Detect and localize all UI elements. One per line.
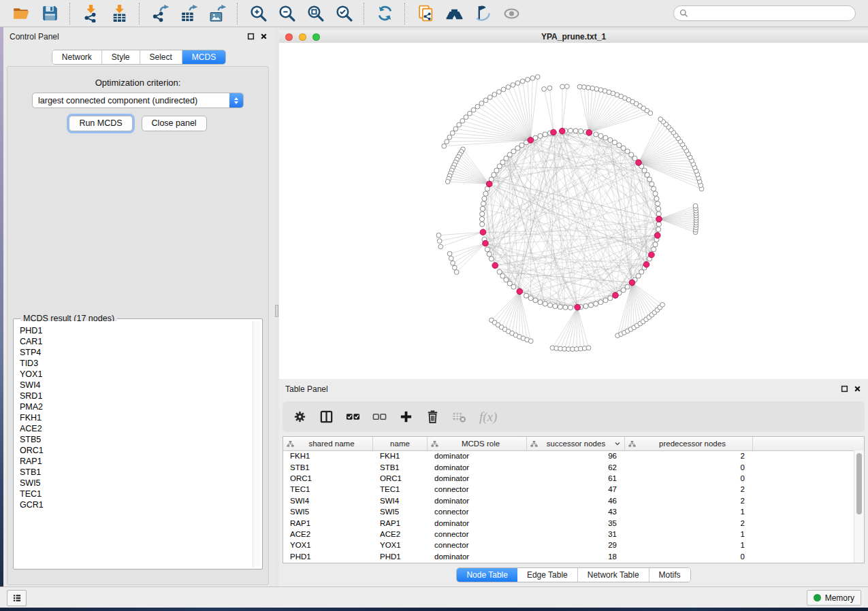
network-leaf-node[interactable] xyxy=(506,85,511,90)
mcds-result-item[interactable]: STB1 xyxy=(20,467,253,478)
network-node[interactable] xyxy=(652,247,656,252)
network-leaf-node[interactable] xyxy=(475,104,480,109)
network-node[interactable] xyxy=(608,296,613,301)
network-node[interactable] xyxy=(489,257,494,261)
network-node[interactable] xyxy=(656,206,661,211)
mcds-result-item[interactable]: GCR1 xyxy=(20,499,253,510)
cell-successor-nodes[interactable]: 43 xyxy=(527,508,625,516)
table-row[interactable]: YOX1YOX1connector291 xyxy=(283,540,854,550)
network-leaf-node[interactable] xyxy=(586,346,591,350)
network-node[interactable] xyxy=(538,133,543,138)
cell-mcds-role[interactable]: dominator xyxy=(428,519,527,527)
network-node[interactable] xyxy=(487,252,492,257)
network-node[interactable] xyxy=(598,300,603,305)
network-leaf-node[interactable] xyxy=(437,239,442,244)
save-session-icon[interactable] xyxy=(39,3,60,24)
network-node[interactable] xyxy=(533,298,538,303)
table-row[interactable]: PHD1PHD1dominator180 xyxy=(283,551,854,562)
table-row[interactable]: TEC1TEC1connector472 xyxy=(283,484,854,495)
network-node[interactable] xyxy=(608,137,613,142)
cell-shared-name[interactable]: STB1 xyxy=(283,463,373,472)
column-header-shared-name[interactable]: shared name xyxy=(283,437,373,450)
network-leaf-node[interactable] xyxy=(442,144,447,148)
network-node[interactable] xyxy=(649,182,654,186)
network-leaf-node[interactable] xyxy=(445,139,449,144)
network-node[interactable] xyxy=(603,298,608,303)
network-window-titlebar[interactable]: YPA_prune.txt_1 xyxy=(279,30,868,44)
cell-mcds-role[interactable]: dominator xyxy=(428,474,527,482)
network-node[interactable] xyxy=(543,301,547,306)
zoom-in-icon[interactable] xyxy=(248,3,268,24)
network-node[interactable] xyxy=(655,201,660,206)
mcds-result-item[interactable]: CAR1 xyxy=(20,336,253,347)
network-node[interactable] xyxy=(612,140,617,145)
network-node[interactable] xyxy=(656,227,661,231)
network-node[interactable] xyxy=(543,132,547,137)
cell-mcds-role[interactable]: connector xyxy=(428,485,527,493)
refresh-icon[interactable] xyxy=(374,3,395,24)
task-history-button[interactable] xyxy=(7,590,27,606)
tab-style[interactable]: Style xyxy=(102,50,140,64)
cell-predecessor-nodes[interactable]: 1 xyxy=(625,508,753,516)
mcds-result-list[interactable]: PHD1CAR1STP4TID3YOX1SWI4SRD1PMA2FKH1ACE2… xyxy=(15,321,253,567)
cell-name[interactable]: RAP1 xyxy=(373,519,428,527)
cell-name[interactable]: PHD1 xyxy=(373,552,428,561)
splitter-grip-icon[interactable] xyxy=(275,305,278,317)
mcds-result-item[interactable]: STB5 xyxy=(20,434,253,445)
network-leaf-node[interactable] xyxy=(496,90,501,95)
network-hub-node[interactable] xyxy=(586,130,592,136)
cell-shared-name[interactable]: ORC1 xyxy=(283,474,373,482)
cell-successor-nodes[interactable]: 47 xyxy=(527,485,625,493)
mcds-result-item[interactable]: RAP1 xyxy=(20,456,253,467)
network-leaf-node[interactable] xyxy=(492,92,497,97)
cell-successor-nodes[interactable]: 29 xyxy=(527,541,625,549)
network-node[interactable] xyxy=(645,172,649,177)
table-row[interactable]: STB1STB1dominator620 xyxy=(283,461,854,472)
network-leaf-node[interactable] xyxy=(564,84,569,89)
cell-mcds-role[interactable]: dominator xyxy=(428,463,527,472)
network-leaf-node[interactable] xyxy=(528,339,533,344)
network-node[interactable] xyxy=(656,212,661,216)
cell-successor-nodes[interactable]: 96 xyxy=(527,452,625,460)
graphics-details-icon[interactable] xyxy=(472,3,493,24)
network-hub-node[interactable] xyxy=(528,137,534,144)
mcds-result-item[interactable]: YOX1 xyxy=(20,369,253,380)
cell-successor-nodes[interactable]: 62 xyxy=(527,463,625,472)
network-hub-node[interactable] xyxy=(643,261,649,267)
import-table-icon[interactable] xyxy=(109,3,129,24)
export-network-icon[interactable] xyxy=(150,3,170,24)
export-image-icon[interactable] xyxy=(207,3,227,24)
cell-mcds-role[interactable]: dominator xyxy=(428,552,527,561)
table-row[interactable]: SWI4SWI4dominator462 xyxy=(283,495,854,506)
network-node[interactable] xyxy=(558,305,562,310)
cell-mcds-role[interactable]: connector xyxy=(428,541,527,549)
network-node[interactable] xyxy=(603,135,608,140)
mcds-result-item[interactable]: SRD1 xyxy=(20,391,253,401)
search-input[interactable] xyxy=(692,8,850,19)
network-node[interactable] xyxy=(594,301,598,306)
cell-predecessor-nodes[interactable]: 2 xyxy=(625,485,753,493)
tab-mcds[interactable]: MCDS xyxy=(182,50,225,64)
network-node[interactable] xyxy=(583,303,588,308)
cell-successor-nodes[interactable]: 18 xyxy=(527,552,625,561)
cell-name[interactable]: SWI4 xyxy=(373,497,428,505)
cell-shared-name[interactable]: PHD1 xyxy=(283,552,373,561)
network-node[interactable] xyxy=(485,247,489,252)
network-leaf-node[interactable] xyxy=(535,75,540,80)
network-leaf-node[interactable] xyxy=(590,86,595,90)
cell-predecessor-nodes[interactable]: 1 xyxy=(625,541,753,549)
network-node[interactable] xyxy=(653,242,658,247)
network-node[interactable] xyxy=(538,300,543,305)
mcds-list-scrollbar[interactable] xyxy=(253,321,261,567)
cell-name[interactable]: ACE2 xyxy=(373,530,428,538)
float-panel-icon[interactable] xyxy=(841,385,848,393)
export-table-icon[interactable] xyxy=(178,3,199,24)
mcds-result-item[interactable]: ORC1 xyxy=(20,445,253,456)
tab-motifs[interactable]: Motifs xyxy=(649,568,690,582)
network-leaf-node[interactable] xyxy=(453,127,458,131)
clone-network-icon[interactable] xyxy=(415,3,436,24)
unselect-all-icon[interactable] xyxy=(372,410,387,425)
network-node[interactable] xyxy=(654,196,659,201)
cell-predecessor-nodes[interactable]: 1 xyxy=(625,530,753,538)
cell-predecessor-nodes[interactable]: 2 xyxy=(625,452,753,460)
